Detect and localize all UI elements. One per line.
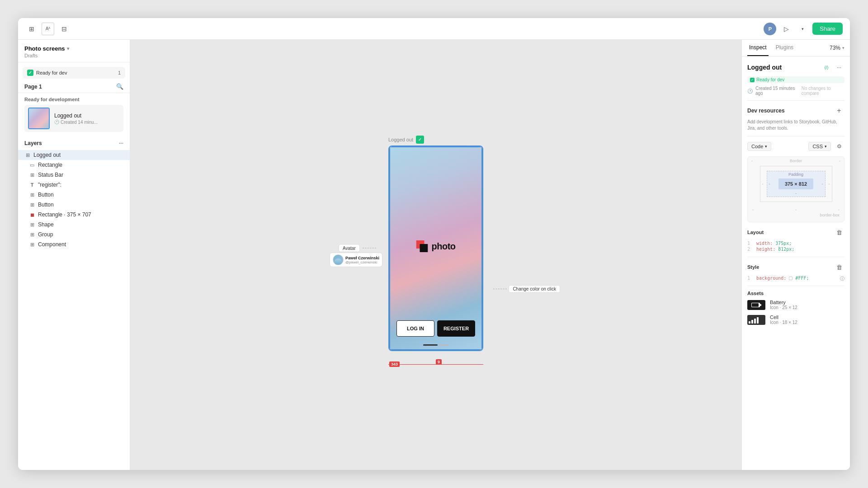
phone-indicator (423, 344, 448, 346)
css-select[interactable]: CSS ▾ (808, 142, 831, 151)
pad-left: - (769, 182, 770, 186)
indicator-dot-2 (439, 344, 448, 346)
color-swatch (789, 277, 793, 280)
layer-item-rectangle-size[interactable]: ◼ Rectangle · 375 × 707 (18, 210, 130, 220)
box-model-border-box: - - Padding 375 × 812 - - - (760, 166, 832, 202)
asset-item-cell[interactable]: Cell Icon · 18 × 12 (747, 314, 844, 325)
settings-btn[interactable]: ⚙ (834, 141, 844, 152)
layout-title: Layout (747, 230, 764, 235)
layer-item-shape[interactable]: ⊞ Shape (18, 220, 130, 230)
code-num-1: 1 (747, 241, 750, 246)
no-changes-label: No changes to compare (802, 86, 844, 96)
top-bar-right: P ▷ ▾ Share (438, 23, 843, 35)
dev-resources-desc: Add development links to Storybook, GitH… (747, 119, 844, 131)
layer-icon-rect2: ◼ (29, 211, 35, 218)
project-dropdown-icon[interactable]: ▾ (67, 46, 69, 51)
frame-time: 🕐 Created 14 minu... (54, 120, 120, 125)
bm-left: - (762, 182, 764, 186)
add-dev-resource-btn[interactable]: + (834, 105, 844, 116)
css-label: CSS (812, 144, 823, 149)
grid-icon[interactable]: ⊞ (25, 23, 38, 35)
play-dropdown-btn[interactable]: ▾ (796, 23, 809, 35)
inspect-frame-name-row: Logged out ⟨/⟩ ··· (747, 62, 844, 73)
cell-name: Cell (770, 314, 797, 320)
cell-info: Cell Icon · 18 × 12 (770, 314, 797, 325)
code-view-btn[interactable]: ⟨/⟩ (821, 62, 832, 73)
layer-name-status-bar: Status Bar (38, 172, 63, 178)
layers-title: Layers (24, 140, 42, 146)
text-tool-btn[interactable]: Aᴬ (42, 23, 54, 35)
search-icon[interactable]: 🔍 (116, 83, 123, 90)
tab-plugins[interactable]: Plugins (774, 40, 795, 56)
border-box-label: border-box (752, 213, 840, 217)
play-btn[interactable]: ▷ (780, 23, 793, 35)
avatar-annotation: Avatar (339, 244, 376, 252)
project-title[interactable]: Photo screens ▾ (24, 45, 123, 52)
ready-for-dev-badge[interactable]: ✓ Ready for dev 1 (23, 67, 125, 79)
style-prop-bg: background: (756, 276, 786, 281)
frame-info: Logged out 🕐 Created 14 minu... (54, 113, 120, 125)
style-delete-btn[interactable]: 🗑 (834, 262, 844, 272)
ready-pill-label: Ready for dev (756, 77, 784, 82)
canvas-area[interactable]: Logged out ✓ (130, 40, 741, 470)
layer-name-shape: Shape (38, 221, 54, 228)
layers-more-icon[interactable]: ··· (119, 140, 123, 146)
user-avatar[interactable]: P (764, 23, 776, 35)
assets-section: Assets Battery Icon · 25 × 12 (747, 291, 844, 325)
frame-name-label: Logged out (388, 137, 413, 142)
ready-pill: ✓ Ready for dev (747, 76, 844, 83)
change-color-annotation: Change color on click (493, 285, 560, 293)
asset-item-battery[interactable]: Battery Icon · 25 × 12 (747, 300, 844, 310)
share-button[interactable]: Share (812, 23, 843, 35)
layer-name-button-1: Button (38, 192, 54, 198)
tab-inspect[interactable]: Inspect (747, 40, 769, 56)
login-button[interactable]: LOG IN (396, 320, 434, 337)
code-label: Code (751, 144, 763, 149)
divider-1 (747, 100, 844, 101)
change-line (493, 289, 507, 289)
layout-header: Layout 🗑 (747, 227, 844, 238)
divider-3 (747, 257, 844, 257)
register-button[interactable]: REGISTER (437, 320, 475, 337)
zoom-dropdown-icon[interactable]: ▾ (842, 46, 844, 50)
cell-bar-2 (751, 320, 753, 324)
user-annotation: Paweł Czerwinski @pawel_czerwinski (330, 253, 382, 267)
layer-item-button-1[interactable]: ⊞ Button (18, 190, 130, 200)
layer-item-group[interactable]: ⊞ Group (18, 230, 130, 239)
more-options-btn[interactable]: ··· (834, 62, 844, 73)
layer-item-component[interactable]: ⊞ Component (18, 239, 130, 249)
change-color-label: Change color on click (509, 285, 560, 293)
layer-item-button-2[interactable]: ⊞ Button (18, 200, 130, 210)
layout-code-line-1: 1 width: 375px; (747, 240, 844, 246)
zoom-level[interactable]: 73% (830, 45, 840, 51)
layer-item-rectangle[interactable]: ▭ Rectangle (18, 160, 130, 170)
layer-name-component: Component (38, 241, 66, 248)
css-dropdown-icon: ▾ (825, 144, 827, 149)
code-select[interactable]: Code ▾ (747, 142, 771, 151)
style-title: Style (747, 264, 759, 270)
assets-title: Assets (747, 291, 844, 296)
page-section: Page 1 🔍 (18, 79, 130, 93)
user-name: Paweł Czerwinski (345, 256, 379, 260)
layer-item-register-text[interactable]: T "register": (18, 180, 130, 190)
style-header: Style 🗑 (747, 262, 844, 272)
code-num-2: 2 (747, 247, 750, 252)
ready-dot-icon: ✓ (27, 70, 33, 76)
battery-meta: Icon · 25 × 12 (770, 305, 797, 310)
indicator-dot-1 (423, 344, 438, 346)
ready-pill-icon: ✓ (750, 78, 755, 82)
right-content: Logged out ⟨/⟩ ··· ✓ Ready for dev 🕐 Cre… (742, 56, 850, 470)
frame-time-label: Created 14 minu... (61, 120, 98, 125)
divider-2 (747, 136, 844, 136)
layout-delete-btn[interactable]: 🗑 (834, 227, 844, 238)
bm-bottom-center: - (795, 207, 797, 212)
avatar-label: Avatar (339, 244, 360, 252)
cell-meta: Icon · 18 × 12 (770, 320, 797, 325)
layer-name-group: Group (38, 231, 53, 238)
info-icon[interactable]: ⓘ (840, 276, 844, 282)
layout-toggle-btn[interactable]: ⊟ (58, 23, 71, 35)
frame-card[interactable]: Logged out 🕐 Created 14 minu... (24, 105, 123, 132)
layer-item-status-bar[interactable]: ⊞ Status Bar (18, 170, 130, 180)
layer-icon-statusbar: ⊞ (29, 172, 35, 178)
layer-item-logged-out[interactable]: ⊞ Logged out (18, 150, 130, 160)
